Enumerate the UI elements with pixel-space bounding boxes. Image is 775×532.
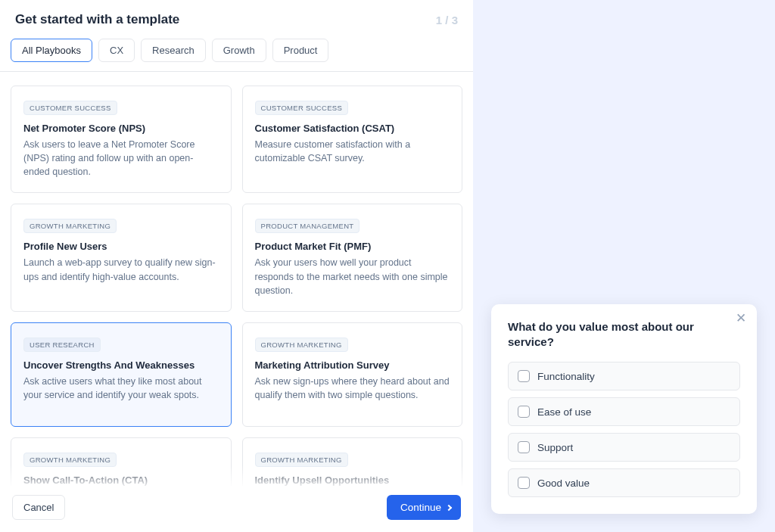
template-desc: Ask users to leave a Net Promoter Score …: [23, 138, 219, 179]
footer-actions: Cancel Continue: [0, 486, 473, 532]
template-tag: GROWTH MARKETING: [255, 453, 348, 467]
template-selector-panel: Get started with a template 1 / 3 All Pl…: [0, 0, 473, 532]
template-tag: CUSTOMER SUCCESS: [255, 101, 349, 115]
template-tag: USER RESEARCH: [23, 338, 101, 352]
template-card-cta[interactable]: GROWTH MARKETING Show Call-To-Action (CT…: [11, 437, 232, 486]
templates-scroll-area[interactable]: CUSTOMER SUCCESS Net Promoter Score (NPS…: [0, 72, 473, 486]
step-total: 3: [452, 14, 458, 26]
cancel-button[interactable]: Cancel: [12, 495, 65, 520]
template-card-strengths-weaknesses[interactable]: USER RESEARCH Uncover Strengths And Weak…: [11, 322, 232, 427]
template-title: Uncover Strengths And Weaknesses: [23, 359, 219, 371]
template-tag: GROWTH MARKETING: [23, 219, 117, 233]
continue-button[interactable]: Continue: [387, 495, 461, 520]
template-tag: PRODUCT MANAGEMENT: [255, 219, 360, 233]
tab-product[interactable]: Product: [272, 39, 329, 62]
chevron-right-icon: [446, 504, 452, 510]
tab-research[interactable]: Research: [141, 39, 206, 62]
template-card-csat[interactable]: CUSTOMER SUCCESS Customer Satisfaction (…: [242, 86, 463, 193]
template-desc: Launch a web-app survey to qualify new s…: [23, 256, 219, 283]
template-card-profile-users[interactable]: GROWTH MARKETING Profile New Users Launc…: [11, 204, 232, 311]
template-desc: Ask active users what they like most abo…: [23, 375, 219, 402]
step-separator: /: [442, 14, 452, 26]
tab-cx[interactable]: CX: [98, 39, 135, 62]
survey-option-good-value[interactable]: Good value: [508, 468, 740, 497]
checkbox-icon: [518, 370, 530, 382]
option-label: Good value: [537, 478, 590, 489]
tab-all-playbooks[interactable]: All Playbooks: [11, 39, 92, 62]
template-title: Marketing Attribution Survey: [255, 359, 450, 371]
template-title: Show Call-To-Action (CTA): [23, 474, 219, 486]
survey-preview-card: ✕ What do you value most about our servi…: [491, 304, 757, 515]
template-title: Net Promoter Score (NPS): [23, 123, 219, 134]
template-tag: GROWTH MARKETING: [23, 453, 117, 467]
checkbox-icon: [518, 406, 530, 418]
survey-option-functionality[interactable]: Functionality: [508, 362, 740, 390]
step-indicator: 1 / 3: [436, 14, 458, 26]
step-current: 1: [436, 14, 442, 26]
survey-option-ease-of-use[interactable]: Ease of use: [508, 397, 740, 426]
template-card-attribution[interactable]: GROWTH MARKETING Marketing Attribution S…: [242, 322, 463, 427]
template-desc: Ask new sign-ups where they heard about …: [255, 375, 450, 402]
template-tag: GROWTH MARKETING: [255, 338, 348, 352]
template-desc: Measure customer satisfaction with a cut…: [255, 138, 450, 165]
template-tag: CUSTOMER SUCCESS: [23, 101, 117, 115]
header: Get started with a template 1 / 3: [0, 0, 473, 36]
preview-panel: ✕ What do you value most about our servi…: [473, 0, 775, 532]
checkbox-icon: [518, 477, 530, 489]
template-desc: Ask your users how well your product res…: [255, 256, 450, 297]
template-card-upsell[interactable]: GROWTH MARKETING Identify Upsell Opportu…: [242, 437, 463, 486]
template-card-nps[interactable]: CUSTOMER SUCCESS Net Promoter Score (NPS…: [11, 86, 232, 193]
tab-growth[interactable]: Growth: [212, 39, 266, 62]
template-card-pmf[interactable]: PRODUCT MANAGEMENT Product Market Fit (P…: [242, 204, 463, 311]
app-layout: Get started with a template 1 / 3 All Pl…: [0, 0, 775, 532]
templates-grid: CUSTOMER SUCCESS Net Promoter Score (NPS…: [11, 86, 462, 486]
template-title: Product Market Fit (PMF): [255, 241, 450, 252]
template-title: Customer Satisfaction (CSAT): [255, 123, 450, 134]
page-title: Get started with a template: [15, 12, 179, 27]
continue-label: Continue: [400, 502, 441, 513]
close-icon[interactable]: ✕: [734, 313, 748, 326]
survey-option-support[interactable]: Support: [508, 433, 740, 462]
category-tabs: All Playbooks CX Research Growth Product: [0, 36, 473, 72]
template-title: Identify Upsell Opportunities: [255, 474, 450, 486]
template-title: Profile New Users: [23, 241, 219, 252]
option-label: Functionality: [537, 371, 595, 382]
option-label: Support: [537, 442, 573, 453]
survey-question: What do you value most about our service…: [508, 319, 740, 350]
checkbox-icon: [518, 441, 530, 453]
option-label: Ease of use: [537, 406, 591, 418]
